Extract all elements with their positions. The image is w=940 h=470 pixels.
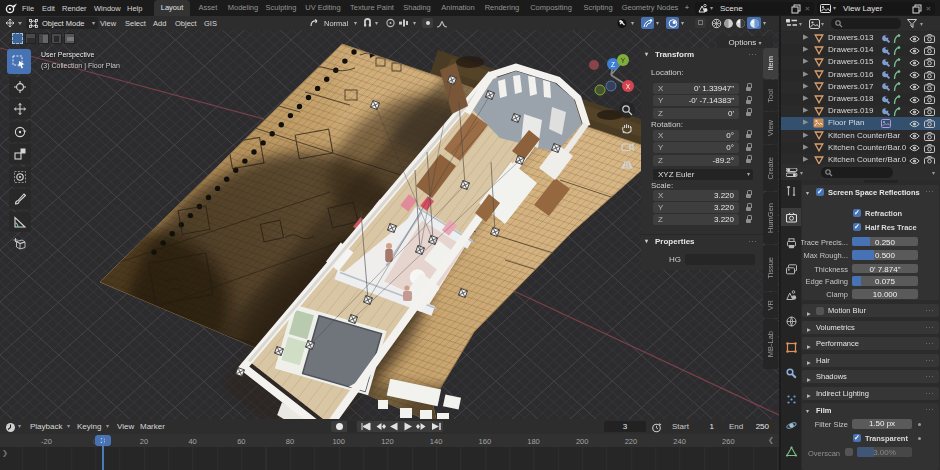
svg-text:Y: Y <box>621 57 626 64</box>
svg-text:X: X <box>626 83 631 90</box>
svg-text:Z: Z <box>611 61 615 68</box>
